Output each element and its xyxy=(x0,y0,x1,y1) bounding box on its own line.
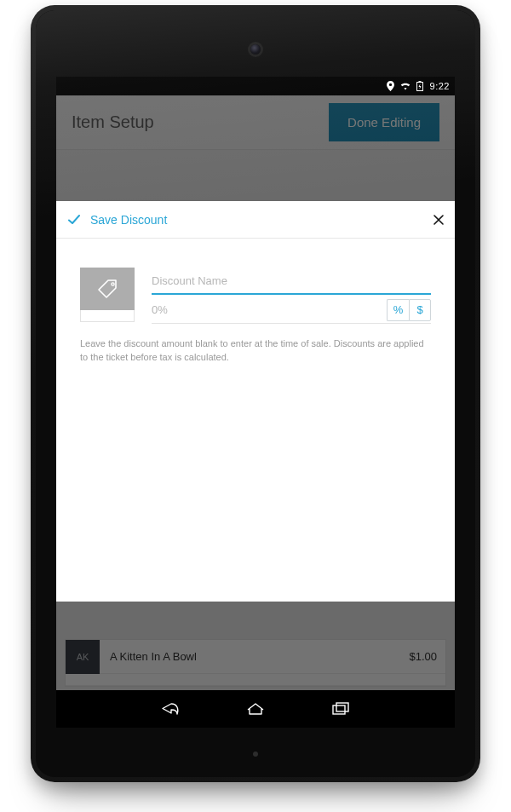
svg-point-2 xyxy=(112,283,114,285)
app-surface: Item Setup Done Editing AK A Kitten In A… xyxy=(56,95,455,690)
save-discount-modal: Save Discount xyxy=(56,201,455,602)
svg-rect-3 xyxy=(333,705,345,714)
tag-icon xyxy=(80,268,135,312)
discount-amount-field[interactable]: % $ xyxy=(152,297,431,324)
wifi-icon xyxy=(399,82,411,90)
back-button[interactable] xyxy=(158,700,182,717)
discount-name-input[interactable] xyxy=(152,274,431,287)
tablet-inner: 9:22 Item Setup Done Editing AK A Kitten… xyxy=(36,10,475,777)
modal-body: % $ Leave the discount amount blank to e… xyxy=(56,239,455,365)
tablet-frame: 9:22 Item Setup Done Editing AK A Kitten… xyxy=(31,5,480,782)
speaker-dot xyxy=(253,752,258,757)
location-icon xyxy=(387,81,394,91)
battery-icon xyxy=(416,81,423,91)
home-button[interactable] xyxy=(244,700,267,717)
recent-apps-button[interactable] xyxy=(329,700,353,717)
discount-fields: % $ xyxy=(152,268,431,324)
android-nav-bar xyxy=(56,690,455,728)
discount-tile[interactable] xyxy=(80,268,135,322)
dollar-toggle-button[interactable]: $ xyxy=(409,299,431,321)
helper-text: Leave the discount amount blank to enter… xyxy=(80,337,431,365)
svg-rect-1 xyxy=(418,81,421,83)
status-time: 9:22 xyxy=(430,81,450,91)
svg-rect-4 xyxy=(336,703,348,711)
tile-label-strip xyxy=(80,310,135,322)
modal-title: Save Discount xyxy=(90,213,433,227)
discount-type-toggle: % $ xyxy=(387,299,431,321)
discount-amount-input[interactable] xyxy=(152,303,380,316)
modal-header: Save Discount xyxy=(56,201,455,239)
device-screen: 9:22 Item Setup Done Editing AK A Kitten… xyxy=(56,77,455,728)
discount-name-field[interactable] xyxy=(152,268,431,295)
check-icon[interactable] xyxy=(66,212,82,227)
front-camera xyxy=(250,44,261,55)
stage: 9:22 Item Setup Done Editing AK A Kitten… xyxy=(0,0,511,812)
percent-toggle-button[interactable]: % xyxy=(387,299,409,321)
status-bar: 9:22 xyxy=(56,77,455,95)
close-icon[interactable] xyxy=(433,214,445,226)
